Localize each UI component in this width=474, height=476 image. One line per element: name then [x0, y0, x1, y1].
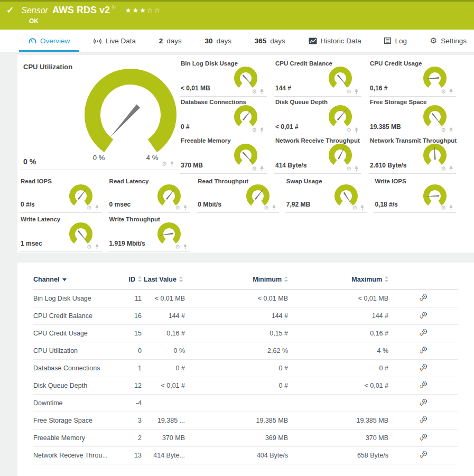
- flag-icon[interactable]: ⚐: [111, 4, 117, 11]
- pin-icon[interactable]: [259, 166, 264, 172]
- column-header-id[interactable]: ID: [118, 269, 142, 290]
- channel-settings-icon[interactable]: [419, 294, 428, 302]
- gauge-tile-cpu-credit-balance[interactable]: CPU Credit Balance 144 # ⚙: [274, 58, 361, 97]
- gauge-tile-write-throughput[interactable]: Write Throughput 1.919 Mbit/s ⚙: [108, 214, 191, 252]
- gauge-tile-database-connections[interactable]: Database Connections 0 # ⚙: [180, 97, 267, 135]
- pin-icon[interactable]: [354, 127, 359, 133]
- channel-settings-icon[interactable]: [419, 398, 428, 406]
- gauge-tile-read-latency[interactable]: Read Latency 0 msec ⚙: [108, 176, 191, 213]
- cell-last-value: < 0,01 MB: [142, 290, 185, 307]
- gear-icon[interactable]: ⚙: [346, 166, 351, 172]
- gear-icon[interactable]: ⚙: [441, 205, 446, 211]
- gear-icon[interactable]: ⚙: [441, 166, 446, 172]
- gauge-tile-actions: ⚙: [346, 89, 359, 95]
- tab-2-days[interactable]: 2days: [156, 30, 185, 52]
- gauge-value: 0 #: [181, 123, 190, 130]
- gauge-tile-swap-usage[interactable]: Swap Usage 7,92 MB ⚙: [285, 176, 368, 213]
- pin-icon[interactable]: [449, 166, 453, 172]
- cell-actions: [388, 447, 458, 464]
- pin-icon[interactable]: [354, 166, 359, 172]
- gear-icon[interactable]: ⚙: [352, 205, 358, 211]
- gauge-tile-network-transmit-throughput[interactable]: Network Transmit Throughput 2.610 Byte/s…: [369, 135, 456, 174]
- pin-icon[interactable]: [449, 89, 453, 95]
- gear-icon[interactable]: ⚙: [87, 205, 92, 211]
- cell-id: 1: [118, 360, 142, 377]
- gear-icon[interactable]: ⚙: [252, 89, 257, 95]
- pin-icon[interactable]: [170, 161, 174, 167]
- channel-settings-icon[interactable]: [419, 381, 428, 389]
- gear-icon: ⚙: [430, 36, 437, 45]
- cell-channel: Disk Queue Depth: [33, 377, 118, 395]
- channel-settings-icon[interactable]: [419, 433, 428, 441]
- gauge-tile-actions: ⚙: [252, 127, 264, 133]
- gauge-tile-write-latency[interactable]: Write Latency 1 msec ⚙: [20, 214, 102, 252]
- cell-channel: CPU Credit Balance: [33, 307, 118, 325]
- gauge-title: CPU Utilization: [23, 63, 72, 71]
- tab-settings[interactable]: ⚙Settings: [427, 30, 470, 52]
- gear-icon[interactable]: ⚙: [87, 244, 92, 250]
- channel-settings-icon[interactable]: [419, 451, 428, 459]
- gear-icon[interactable]: ⚙: [252, 127, 257, 133]
- gear-icon[interactable]: ⚙: [346, 89, 351, 95]
- pin-icon[interactable]: [183, 244, 188, 250]
- gauge-value: 19.385 MB: [370, 123, 401, 130]
- tab-historic-data[interactable]: Historic Data: [305, 30, 365, 52]
- gear-icon[interactable]: ⚙: [175, 205, 180, 211]
- channel-settings-icon[interactable]: [419, 346, 428, 354]
- table-row-bin-log-disk-usage: Bin Log Disk Usage 11 < 0,01 MB < 0,01 M…: [33, 290, 458, 307]
- column-header-last-value[interactable]: Last Value: [142, 269, 185, 290]
- priority-stars[interactable]: ★★★☆☆: [125, 6, 161, 14]
- gauge-tile-cpu-credit-usage[interactable]: CPU Credit Usage 0,16 # ⚙: [369, 58, 456, 97]
- pin-icon[interactable]: [449, 127, 453, 133]
- channel-settings-icon[interactable]: [419, 416, 428, 424]
- cell-id: -4: [118, 395, 142, 412]
- gauge-tile-free-storage-space[interactable]: Free Storage Space 19.385 MB ⚙: [369, 97, 456, 135]
- pin-icon[interactable]: [449, 205, 453, 211]
- gear-icon[interactable]: ⚙: [346, 127, 351, 133]
- pin-icon[interactable]: [259, 89, 264, 95]
- gauges-panel: CPU Utilization 0 % 4 % 0 % ⚙ Bin Log Di…: [17, 55, 474, 253]
- table-row-cpu-credit-usage: CPU Credit Usage 15 0,16 # 0,15 # 0,16 #: [33, 325, 458, 342]
- tab-365-days[interactable]: 365days: [252, 30, 289, 52]
- gauge-tile-write-iops[interactable]: Write IOPS 0,18 #/s ⚙: [374, 176, 456, 213]
- tab-live-data[interactable]: Live Data: [90, 30, 139, 52]
- log-icon: [384, 38, 391, 44]
- cell-actions: [388, 307, 458, 325]
- gauge-tile-read-iops[interactable]: Read IOPS 0 #/s ⚙: [20, 176, 102, 213]
- tab-overview[interactable]: Overview: [25, 30, 73, 52]
- gauge-tile-cpu-utilization[interactable]: CPU Utilization 0 % 4 % 0 % ⚙: [20, 58, 179, 170]
- tab-log[interactable]: Log: [381, 30, 410, 52]
- column-header-maximum[interactable]: Maximum: [288, 269, 388, 290]
- sort-caret-icon: [62, 278, 67, 281]
- column-header-minimum[interactable]: Minimum: [185, 269, 288, 290]
- column-header-channel[interactable]: Channel: [33, 269, 118, 290]
- gauge-tile-bin-log-disk-usage[interactable]: Bin Log Disk Usage < 0,01 MB ⚙: [180, 58, 267, 97]
- gauge-tile-disk-queue-depth[interactable]: Disk Queue Depth < 0,01 # ⚙: [274, 97, 361, 135]
- gauge-tile-read-throughput[interactable]: Read Throughput 0 Mbit/s ⚙: [197, 176, 279, 213]
- pin-icon[interactable]: [95, 205, 99, 211]
- pin-icon[interactable]: [354, 89, 359, 95]
- gauge-value: 0,18 #/s: [375, 201, 397, 208]
- tab-30-days[interactable]: 30days: [201, 30, 235, 52]
- gear-icon[interactable]: ⚙: [162, 161, 167, 167]
- gear-icon[interactable]: ⚙: [264, 205, 269, 211]
- table-row-freeable-memory: Freeable Memory 2 370 MB 369 MB 370 MB: [33, 430, 458, 447]
- pin-icon[interactable]: [272, 205, 276, 211]
- gauge-tile-network-receive-throughput[interactable]: Network Receive Throughput 414 Byte/s ⚙: [274, 135, 361, 174]
- pin-icon[interactable]: [259, 127, 264, 133]
- cell-channel: Free Storage Space: [33, 412, 118, 430]
- pin-icon[interactable]: [183, 205, 188, 211]
- channel-settings-icon[interactable]: [419, 311, 428, 319]
- gear-icon[interactable]: ⚙: [441, 127, 446, 133]
- gear-icon[interactable]: ⚙: [175, 244, 180, 250]
- channel-settings-icon[interactable]: [419, 363, 428, 371]
- cell-id: 3: [118, 412, 142, 430]
- pin-icon[interactable]: [360, 205, 365, 211]
- gauge-tile-freeable-memory[interactable]: Freeable Memory 370 MB ⚙: [180, 135, 267, 174]
- pin-icon[interactable]: [95, 244, 99, 250]
- gauge-value: 0 #/s: [21, 201, 35, 208]
- gear-icon[interactable]: ⚙: [252, 166, 257, 172]
- gear-icon[interactable]: ⚙: [441, 89, 446, 95]
- channel-settings-icon[interactable]: [419, 329, 428, 337]
- gauge-tile-actions: ⚙: [441, 205, 453, 211]
